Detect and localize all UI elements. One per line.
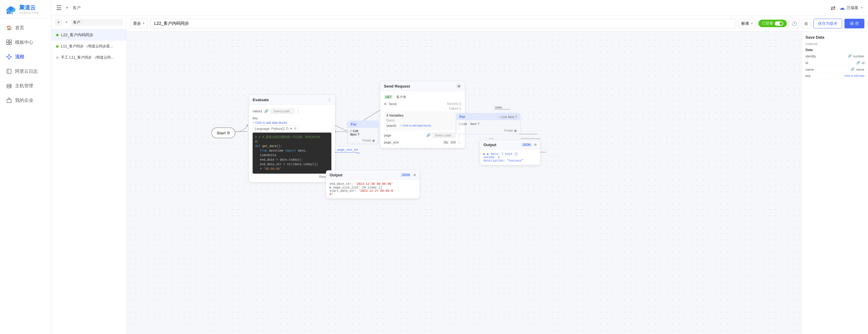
content-area: + ▼ L22_客户内码同步 L11_客户同步 （明道云同步星... 手工 L1… (51, 16, 868, 334)
more-icon-1[interactable]: ⋮ (297, 109, 301, 114)
logo-sub-text: JUDAOYUN (19, 11, 39, 14)
toolbar-right: 标准 ▼ 已部署 🕐 ⊞ 保存为版本 (739, 19, 864, 28)
sidebar-item-flows[interactable]: 流程 (0, 50, 51, 64)
right-panel-field-key: key Click to add data (806, 73, 864, 79)
svg-point-11 (8, 58, 10, 59)
standard-select[interactable]: 标准 ▼ (739, 19, 756, 28)
zoom-icon[interactable]: ⊕ (294, 126, 297, 130)
sidebar-item-flows-label: 流程 (15, 54, 24, 60)
save-button[interactable]: 保 存 (844, 19, 864, 28)
search-field-row: search + Click to add data blocks (386, 123, 459, 129)
settings-button[interactable]: ⊞ (801, 19, 811, 28)
flow-list-item-manual[interactable]: 手工 L11_客户同步 （明道云同... (51, 52, 126, 63)
sidebar-item-host[interactable]: 主机管理 (0, 79, 51, 93)
output-node-1-title: Output (330, 173, 343, 177)
right-panel-add-data-button[interactable]: Click to add data (844, 74, 864, 77)
for-node-2-title: For (459, 115, 465, 119)
rows-connector-label: rows (495, 105, 502, 109)
user-chevron-icon[interactable]: ▼ (860, 6, 863, 9)
for-node-2-header: For □ List Item ? (456, 114, 520, 120)
add-flow-button[interactable]: + (55, 19, 62, 26)
deployed-label: 已部署 (762, 21, 773, 26)
description-row: description: "success" (484, 159, 537, 162)
output-node-1-body: end_date_str: '2023-12-30 00:00:00' ▶ pa… (326, 180, 420, 199)
send-request-collapse-icon[interactable]: ⊟ (456, 84, 461, 89)
svg-point-21 (10, 87, 11, 88)
json-badge-1[interactable]: JSON (400, 173, 411, 177)
hamburger-icon[interactable]: ☰ (56, 4, 62, 11)
send-request-add-data[interactable]: + Click to add data blocks (400, 124, 431, 127)
right-panel-data-label: Data (806, 48, 864, 52)
variables-section: 3 Variables ↺ Query search + Click to ad… (384, 112, 461, 130)
right-panel-field-name: name 🔗 name (806, 66, 864, 73)
sidebar-item-home[interactable]: 🏠 首页 (0, 21, 51, 35)
key-label: key (253, 116, 258, 120)
main-area: ☰ ▼ 客户 ⇄ ☁ 兰瑞基 ▼ + ▼ (51, 0, 868, 334)
send-text: Send (389, 102, 397, 106)
page-label: page (384, 133, 391, 137)
for-node-1-list: □ List (350, 129, 376, 132)
for-node-2: For □ List Item ? □ List Item ? Finish ◉ (456, 113, 521, 134)
evaluate-add-data-button[interactable]: + Click to add data blocks (253, 121, 331, 124)
output-node-2: Output JSON ⊕ ▶ ▶ data: 7 keys {} (480, 140, 540, 165)
sync-icon[interactable]: ⇄ (831, 4, 836, 11)
search-field-label: search (386, 124, 398, 127)
history-button[interactable]: 🕐 (789, 19, 799, 28)
send-request-node: Send Request ⊟ GET 客户表 ◉ (380, 81, 465, 148)
sidebar-item-aliyun-label: 阿里云日志 (15, 68, 38, 74)
language-label: Language: Python(2.7) (255, 127, 288, 130)
svg-rect-4 (7, 40, 9, 42)
top-right-area: ⇄ ☁ 兰瑞基 ▼ (831, 4, 863, 11)
code-area[interactable]: # # 8.获取当前日期和前一天日期，时间为空添 数 def get_date(… (253, 132, 331, 174)
connector-lines (127, 31, 868, 334)
logo-main-text: 聚道云 (19, 4, 39, 11)
templates-icon (6, 39, 12, 45)
right-panel-field-identity: identity 🔗 number (806, 53, 864, 60)
output-node-1-header: Output JSON ⊕ (326, 170, 420, 180)
copy-icon-2[interactable]: ⊕ (534, 143, 537, 147)
start-node: Start (211, 127, 236, 138)
json-badge-2[interactable]: JSON (521, 143, 532, 147)
page-size-more-icon[interactable]: ⋮ (457, 140, 461, 145)
send-icon: ◉ (384, 102, 387, 106)
flows-icon (6, 54, 12, 60)
svg-point-8 (7, 56, 8, 57)
for-node-2-list-icon: □ List (459, 122, 467, 126)
mode-select[interactable]: 异步 ▼ (130, 19, 148, 28)
deployed-toggle[interactable] (775, 22, 783, 26)
lang-chevron-icon: ▼ (290, 127, 292, 130)
canvas: Start Evaluate ⋮ value1 🔗 (127, 31, 868, 334)
sidebar: 聚道云 聚道云 JUDAOYUN 🏠 首页 模板中心 流程 (0, 0, 51, 334)
name-link-icon: 🔗 (850, 67, 855, 71)
filter-icon[interactable]: ▼ (65, 5, 69, 10)
endpoint-label: 客户表 (396, 95, 406, 99)
flow-name-input[interactable] (150, 19, 736, 28)
flow-list-item-l11[interactable]: L11_客户同步 （明道云同步星... (51, 41, 126, 52)
sidebar-item-company[interactable]: 我的企业 (0, 93, 51, 108)
for-node-1-finish: Finish ◉ (363, 139, 375, 143)
evaluate-more-icon[interactable]: ⋮ (327, 97, 331, 102)
company-icon (6, 97, 12, 103)
send-request-select-path-button[interactable]: Select path . (432, 132, 456, 138)
svg-rect-6 (7, 42, 9, 45)
status-dot-green (56, 34, 59, 36)
home-icon: 🏠 (6, 25, 12, 31)
flow-editor: 异步 ▼ 标准 ▼ 已部署 🕐 (127, 16, 868, 334)
result-badge: Result ? (253, 174, 331, 180)
flow-list-item-l22[interactable]: L22_客户内码同步 (51, 29, 126, 41)
for-node-1-header: For (348, 121, 378, 128)
copy-icon-1[interactable]: ⊕ (413, 173, 416, 177)
sidebar-item-templates[interactable]: 模板中心 (0, 35, 51, 50)
language-selector[interactable]: Language: Python(2.7) ▼ ⊕ (253, 126, 299, 131)
variables-header: 3 Variables ↺ (386, 113, 459, 118)
output-node-2-body: ▶ ▶ data: 7 keys {} encode: 0 descriptio… (480, 150, 540, 165)
flow-search-input[interactable] (71, 19, 123, 26)
page-size-row: page_size Aa 100 ⋮ (384, 139, 461, 146)
sidebar-item-aliyun[interactable]: 阿里云日志 (0, 64, 51, 79)
save-version-button[interactable]: 保存为版本 (813, 19, 842, 28)
flow-list-panel: + ▼ L22_客户内码同步 L11_客户同步 （明道云同步星... 手工 L1… (51, 16, 127, 334)
encode-row: encode: 0 (484, 156, 537, 159)
evaluate-select-path-button[interactable]: Select path . (271, 109, 294, 114)
settings-icon: ⊞ (804, 21, 808, 26)
deployed-badge[interactable]: 已部署 (758, 20, 787, 27)
